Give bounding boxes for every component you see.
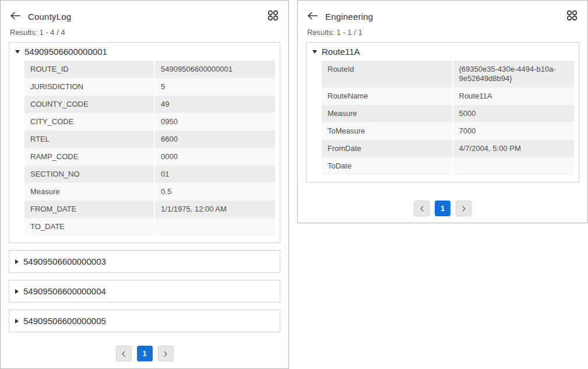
accordion-header[interactable]: 54909506600000003 xyxy=(9,251,280,272)
panel-title: CountyLog xyxy=(28,12,71,22)
field-value: 7000 xyxy=(453,122,575,140)
pagination: 1 xyxy=(298,201,587,216)
field-value: Route11A xyxy=(453,87,575,105)
field-label: RTEL xyxy=(24,131,154,148)
apps-grid-icon xyxy=(566,9,578,23)
previous-page-button[interactable] xyxy=(116,346,132,361)
field-value: 0.5 xyxy=(154,183,275,201)
back-button[interactable] xyxy=(307,11,320,22)
field-label: RouteName xyxy=(322,87,453,105)
chevron-left-icon xyxy=(121,351,126,357)
pagination: 1 xyxy=(1,346,288,361)
back-arrow-icon xyxy=(307,12,318,22)
field-value xyxy=(453,157,575,175)
field-label: COUNTY_CODE xyxy=(24,96,154,113)
previous-page-button[interactable] xyxy=(414,201,429,216)
next-page-button[interactable] xyxy=(158,346,174,361)
attributes-container: ROUTE_ID54909506600000001JURISDICTION5CO… xyxy=(9,61,280,243)
next-page-button[interactable] xyxy=(456,201,471,216)
feature-title: Route11A xyxy=(322,47,360,57)
feature-list: 54909506600000001 ROUTE_ID54909506600000… xyxy=(1,42,288,332)
panel-header: CountyLog xyxy=(1,1,288,24)
feature-title: 54909506600000004 xyxy=(23,286,106,296)
field-label: RAMP_CODE xyxy=(24,148,154,166)
feature-list: Route11A RouteId{69350e35-430e-4494-b10a… xyxy=(298,42,587,182)
back-arrow-icon xyxy=(10,12,21,22)
panel-title: Engineering xyxy=(325,12,373,22)
attribute-row: ToDate xyxy=(322,157,574,175)
actions-button[interactable] xyxy=(565,10,578,23)
chevron-left-icon xyxy=(420,206,424,212)
chevron-right-icon xyxy=(462,206,466,212)
panel-header: Engineering xyxy=(298,1,587,24)
field-label: FROM_DATE xyxy=(24,201,154,218)
attribute-row: COUNTY_CODE49 xyxy=(24,96,275,113)
field-value: 5000 xyxy=(453,105,575,122)
caret-right-icon xyxy=(15,319,19,324)
field-label: CITY_CODE xyxy=(24,113,154,131)
field-label: ROUTE_ID xyxy=(24,61,154,78)
field-value: 0000 xyxy=(154,148,275,166)
accordion-header[interactable]: 54909506600000001 xyxy=(9,43,280,61)
field-value: 4/7/2004, 5:00 PM xyxy=(453,140,575,157)
attribute-row: ROUTE_ID54909506600000001 xyxy=(24,61,275,78)
feature-card-expanded: Route11A RouteId{69350e35-430e-4494-b10a… xyxy=(306,42,579,182)
attribute-row: Measure5000 xyxy=(322,105,574,122)
feature-title: 54909506600000001 xyxy=(24,47,107,57)
field-label: FromDate xyxy=(322,140,453,157)
attribute-row: FROM_DATE1/1/1975, 12:00 AM xyxy=(24,201,275,218)
field-label: TO_DATE xyxy=(24,218,154,236)
field-value: 49 xyxy=(154,96,275,113)
field-label: JURISDICTION xyxy=(24,78,154,96)
chevron-right-icon xyxy=(163,351,168,357)
attributes-container: RouteId{69350e35-430e-4494-b10a-9e52649d… xyxy=(307,61,579,182)
attribute-row: Measure0.5 xyxy=(24,183,275,201)
field-value: 0950 xyxy=(154,113,275,131)
page-number-button[interactable]: 1 xyxy=(137,346,153,361)
field-value: 01 xyxy=(154,166,275,183)
results-count: Results: 1 - 1 / 1 xyxy=(298,24,587,42)
attributes-table: ROUTE_ID54909506600000001JURISDICTION5CO… xyxy=(24,61,275,236)
field-value: 54909506600000001 xyxy=(154,61,275,78)
feature-title: 54909506600000003 xyxy=(23,256,106,266)
feature-card-collapsed: 54909506600000005 xyxy=(9,310,280,332)
attribute-row: RouteNameRoute11A xyxy=(322,87,574,105)
field-value: 5 xyxy=(154,78,275,96)
feature-title: 54909506600000005 xyxy=(23,316,106,326)
attribute-row: JURISDICTION5 xyxy=(24,78,275,96)
caret-down-icon xyxy=(312,50,317,54)
feature-info-panel-engineering: Engineering Results: 1 - 1 / 1 Route11A xyxy=(297,0,588,223)
results-count: Results: 1 - 4 / 4 xyxy=(1,24,288,42)
caret-down-icon xyxy=(15,50,20,54)
page-number-button[interactable]: 1 xyxy=(435,201,450,216)
field-value: {69350e35-430e-4494-b10a-9e52649d8b94} xyxy=(453,61,575,87)
feature-card-expanded: 54909506600000001 ROUTE_ID54909506600000… xyxy=(9,42,280,243)
attributes-table: RouteId{69350e35-430e-4494-b10a-9e52649d… xyxy=(322,61,574,175)
attribute-row: TO_DATE xyxy=(24,218,275,236)
back-button[interactable] xyxy=(10,11,23,22)
field-label: ToMeasure xyxy=(322,122,453,140)
field-value: 6600 xyxy=(154,131,275,148)
field-label: ToDate xyxy=(322,157,453,175)
accordion-header[interactable]: Route11A xyxy=(307,43,579,61)
attribute-row: CITY_CODE0950 xyxy=(24,113,275,131)
actions-button[interactable] xyxy=(266,10,279,23)
feature-card-collapsed: 54909506600000004 xyxy=(9,280,280,303)
attribute-row: ToMeasure7000 xyxy=(322,122,574,140)
feature-card-collapsed: 54909506600000003 xyxy=(9,250,280,273)
accordion-header[interactable]: 54909506600000005 xyxy=(9,310,280,332)
field-label: Measure xyxy=(24,183,154,201)
caret-right-icon xyxy=(15,289,19,294)
caret-right-icon xyxy=(15,259,19,264)
attribute-row: SECTION_NO01 xyxy=(24,166,275,183)
field-value xyxy=(154,218,275,236)
field-value: 1/1/1975, 12:00 AM xyxy=(154,201,275,218)
accordion-header[interactable]: 54909506600000004 xyxy=(9,280,280,302)
attribute-row: FromDate4/7/2004, 5:00 PM xyxy=(322,140,574,157)
attribute-row: RAMP_CODE0000 xyxy=(24,148,275,166)
field-label: RouteId xyxy=(322,61,453,87)
attribute-row: RouteId{69350e35-430e-4494-b10a-9e52649d… xyxy=(322,61,574,87)
feature-info-panel-countylog: CountyLog Results: 1 - 4 / 4 54909506600… xyxy=(0,0,289,369)
apps-grid-icon xyxy=(267,9,279,23)
field-label: Measure xyxy=(322,105,453,122)
